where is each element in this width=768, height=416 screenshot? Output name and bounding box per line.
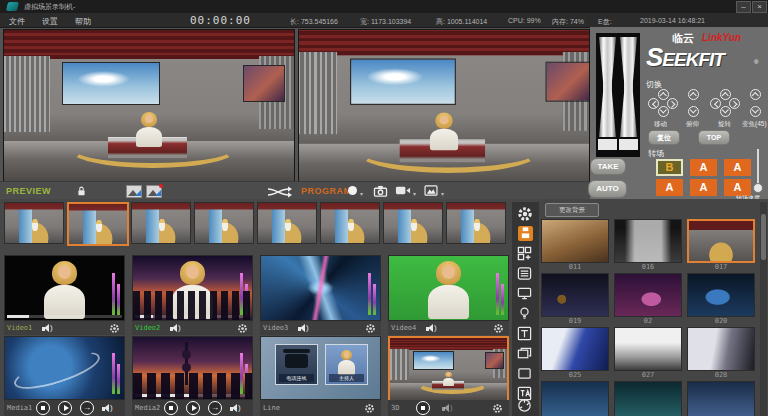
tilt-down-button[interactable]: [688, 106, 699, 117]
camera-preset-8[interactable]: [446, 202, 506, 244]
lock-icon[interactable]: [76, 185, 87, 197]
playlist-icon[interactable]: [516, 266, 535, 283]
program-monitor[interactable]: [298, 29, 590, 183]
camera-snapshot-icon[interactable]: [373, 185, 388, 197]
menu-help[interactable]: 帮助: [75, 16, 91, 27]
video3-thumbnail[interactable]: [260, 255, 381, 321]
monitor-icon[interactable]: [516, 286, 535, 303]
scene-image[interactable]: [614, 327, 682, 371]
scene-3d-muted-volume-icon[interactable]: ): [442, 404, 456, 413]
video-record-icon[interactable]: [395, 185, 411, 196]
light-bulb-icon[interactable]: [516, 306, 535, 323]
media2-stop-button[interactable]: [164, 401, 178, 415]
menu-settings[interactable]: 设置: [42, 16, 58, 27]
camera-preset-2-selected[interactable]: [67, 202, 129, 246]
video1-volume-icon[interactable]: ): [42, 324, 56, 333]
video3-settings-gear-icon[interactable]: [365, 323, 376, 334]
move-right-button[interactable]: [667, 98, 678, 109]
rotate-down-button[interactable]: [720, 106, 731, 117]
camera-preset-1[interactable]: [4, 202, 64, 244]
media2-volume-icon[interactable]: ): [230, 404, 244, 413]
scene-image[interactable]: [614, 219, 682, 263]
rotate-right-button[interactable]: [729, 98, 740, 109]
scene-image[interactable]: [541, 219, 609, 263]
close-button[interactable]: ×: [752, 1, 767, 13]
media1-next-button[interactable]: →: [80, 401, 94, 415]
camera-preset-3[interactable]: [131, 202, 191, 244]
media1-stop-button[interactable]: [36, 401, 50, 415]
scene-3d-stop-button[interactable]: [416, 401, 430, 415]
camera-preset-6[interactable]: [320, 202, 380, 244]
media2-next-button[interactable]: →: [208, 401, 222, 415]
reset-button[interactable]: 复位: [648, 130, 680, 145]
video4-thumbnail[interactable]: [388, 255, 509, 321]
video4-volume-icon[interactable]: ): [426, 324, 440, 333]
save-icon[interactable]: [518, 226, 533, 241]
video4-settings-gear-icon[interactable]: [493, 323, 504, 334]
minimize-button[interactable]: –: [736, 1, 751, 13]
transition-speed-knob[interactable]: [753, 183, 763, 193]
line-phone-source[interactable]: 电话连线: [275, 344, 317, 384]
video1-thumbnail[interactable]: [4, 255, 125, 321]
t-bar-handle-left[interactable]: [599, 37, 616, 137]
snapshot-image-alert-icon[interactable]: [146, 185, 162, 198]
line-host-source[interactable]: 主持人: [325, 344, 367, 384]
video2-volume-icon[interactable]: ): [170, 324, 184, 333]
media1-volume-icon[interactable]: ): [102, 404, 116, 413]
tilt-up-button[interactable]: [688, 89, 699, 100]
gear-icon[interactable]: [516, 206, 535, 223]
video2-thumbnail[interactable]: [132, 255, 253, 321]
take-button[interactable]: TAKE: [590, 158, 626, 175]
scene-image[interactable]: [687, 273, 755, 317]
scene-image[interactable]: [541, 381, 609, 416]
t-bar-handle-right[interactable]: [620, 37, 637, 137]
video1-settings-gear-icon[interactable]: [109, 323, 120, 334]
camera-preset-5[interactable]: [257, 202, 317, 244]
swap-preview-program-icon[interactable]: [266, 186, 294, 198]
record-caret-icon[interactable]: ▾: [360, 190, 363, 197]
move-down-button[interactable]: [658, 106, 669, 117]
camera-preset-4[interactable]: [194, 202, 254, 244]
camera-preset-7[interactable]: [383, 202, 443, 244]
layout-add-icon[interactable]: [516, 246, 535, 263]
line-thumbnail[interactable]: 电话连线 主持人: [260, 336, 381, 400]
scene-image[interactable]: [541, 327, 609, 371]
t-bar-fader[interactable]: TAKE AUTO: [596, 33, 640, 157]
transition-b-button[interactable]: B: [656, 159, 683, 176]
scene-image[interactable]: [687, 381, 755, 416]
transition-a-button[interactable]: A: [690, 179, 717, 196]
scene-image[interactable]: [687, 327, 755, 371]
scene-image[interactable]: [614, 273, 682, 317]
video3-volume-icon[interactable]: ): [298, 324, 312, 333]
preview-monitor[interactable]: [3, 29, 295, 183]
change-background-button[interactable]: 更改背景: [545, 203, 599, 217]
image-caret-icon[interactable]: ▾: [441, 190, 444, 197]
rotate-left-button[interactable]: [710, 98, 721, 109]
media1-play-button[interactable]: [58, 401, 72, 415]
scene-image[interactable]: [687, 219, 755, 263]
auto-button[interactable]: AUTO: [588, 180, 627, 198]
media1-thumbnail[interactable]: [4, 336, 125, 400]
frame-icon[interactable]: [516, 366, 535, 383]
video-caret-icon[interactable]: ▾: [413, 190, 416, 197]
video2-settings-gear-icon[interactable]: [237, 323, 248, 334]
menu-file[interactable]: 文件: [9, 16, 25, 27]
palette-icon[interactable]: [516, 398, 535, 415]
scene-3d-thumbnail[interactable]: [388, 336, 509, 402]
transition-a-button[interactable]: A: [690, 159, 717, 176]
media2-thumbnail[interactable]: [132, 336, 253, 400]
scrollbar-thumb[interactable]: [761, 214, 766, 260]
snapshot-image-icon[interactable]: [126, 185, 142, 198]
caption-text-icon[interactable]: [516, 326, 535, 343]
record-icon[interactable]: [348, 186, 357, 195]
transition-a-button[interactable]: A: [724, 159, 751, 176]
line-settings-gear-icon[interactable]: [364, 403, 375, 414]
image-export-icon[interactable]: [424, 185, 438, 196]
media2-play-button[interactable]: [186, 401, 200, 415]
scene-3d-settings-gear-icon[interactable]: [492, 403, 503, 414]
zoom-out-button[interactable]: [750, 106, 761, 117]
zoom-in-button[interactable]: [750, 89, 761, 100]
move-up-button[interactable]: [658, 89, 669, 100]
transition-a-button[interactable]: A: [656, 179, 683, 196]
scene-image[interactable]: [614, 381, 682, 416]
